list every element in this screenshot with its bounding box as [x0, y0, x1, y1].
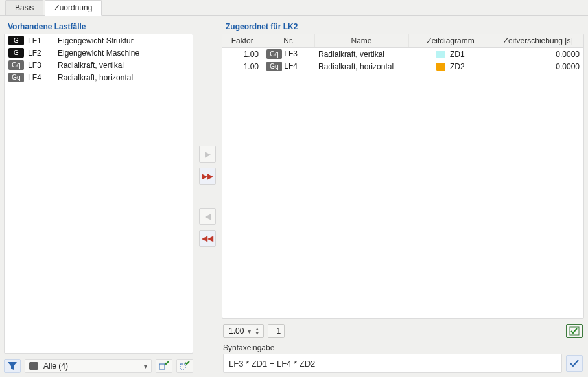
move-all-left-button[interactable]: ◀◀ [199, 230, 216, 247]
apply-syntax-button[interactable] [566, 355, 583, 372]
col-zeitdiagramm[interactable]: Zeitdiagramm [408, 34, 493, 48]
cell-zeitdiagramm[interactable]: ZD2 [408, 60, 493, 73]
loadcase-badge: G [8, 36, 24, 45]
spinner-up-icon[interactable]: ▲ [255, 326, 259, 331]
available-toolbar: Alle (4) ▾ [4, 354, 193, 373]
loadcase-name: Eigengewicht Maschine [58, 49, 189, 58]
assigned-table[interactable]: Faktor Nr. Name Zeitdiagramm Zeitverschi… [222, 34, 583, 73]
tab-basis[interactable]: Basis [5, 0, 43, 15]
available-list[interactable]: G LF1 Eigengewicht Struktur G LF2 Eigeng… [4, 34, 193, 354]
cell-faktor[interactable]: 1.00 [222, 60, 263, 73]
syntax-input[interactable] [223, 354, 562, 373]
loadcase-name: Radialkraft, vertikal [58, 61, 189, 70]
col-zeitverschiebung[interactable]: Zeitverschiebung [s] [493, 34, 583, 48]
factor-spinner[interactable]: 1.00 ▾ ▲ ▼ [223, 324, 264, 338]
list-item[interactable]: Gq LF4 Radialkraft, horizontal [5, 71, 193, 84]
filter-select-label: Alle (4) [43, 361, 68, 371]
loadcase-badge: Gq [8, 60, 24, 70]
loadcase-name: Radialkraft, horizontal [58, 73, 189, 82]
loadcase-badge: Gq [266, 49, 282, 59]
factor-spinner-value: 1.00 [229, 326, 244, 336]
list-item[interactable]: Gq LF3 Radialkraft, vertikal [5, 59, 193, 71]
deselect-all-button[interactable] [176, 359, 193, 373]
svg-rect-2 [180, 364, 185, 369]
color-chip [436, 51, 445, 58]
table-row[interactable]: 1.00 Gq LF3 Radialkraft, vertikal ZD1 [222, 48, 583, 61]
chevron-down-icon: ▾ [144, 363, 147, 370]
assigned-inner: Faktor Nr. Name Zeitdiagramm Zeitverschi… [222, 34, 584, 373]
assigned-title: Zugeordnet für LK2 [222, 19, 584, 34]
loadcase-code: LF3 [284, 49, 298, 58]
cell-nr[interactable]: Gq LF3 [263, 48, 314, 61]
loadcase-badge: G [8, 48, 24, 58]
move-right-button[interactable]: ▶ [199, 146, 216, 163]
list-item[interactable]: G LF1 Eigengewicht Struktur [5, 34, 193, 47]
main-area: Vorhandene Lastfälle G LF1 Eigengewicht … [0, 16, 588, 377]
loadcase-code: LF3 [28, 61, 54, 70]
loadcase-code: LF2 [28, 49, 54, 58]
zd-label: ZD1 [450, 50, 465, 59]
loadcase-badge: Gq [266, 62, 282, 71]
chevron-down-icon: ▾ [248, 328, 251, 335]
cell-name[interactable]: Radialkraft, vertikal [314, 48, 408, 61]
tab-zuordnung[interactable]: Zuordnung [45, 0, 102, 16]
cell-zeitdiagramm[interactable]: ZD1 [408, 48, 493, 61]
filter-select[interactable]: Alle (4) ▾ [25, 359, 152, 373]
col-name[interactable]: Name [314, 34, 408, 48]
move-all-right-button[interactable]: ▶▶ [199, 168, 216, 185]
cell-name[interactable]: Radialkraft, horizontal [314, 60, 408, 73]
validate-button[interactable] [566, 324, 583, 338]
assigned-panel: Zugeordnet für LK2 Faktor Nr. Name Zeit [222, 19, 584, 373]
loadcase-name: Eigengewicht Struktur [58, 36, 189, 45]
table-header-row: Faktor Nr. Name Zeitdiagramm Zeitverschi… [222, 34, 583, 48]
loadcase-code: LF1 [28, 36, 54, 45]
table-empty-area [222, 73, 583, 318]
spinner-arrows[interactable]: ▲ ▼ [255, 326, 259, 336]
loadcase-badge: Gq [8, 73, 24, 82]
loadcase-code: LF4 [284, 62, 298, 71]
loadcase-code: LF4 [28, 73, 54, 82]
app-root: Basis Zuordnung Vorhandene Lastfälle G L… [0, 0, 588, 377]
col-nr[interactable]: Nr. [263, 34, 314, 48]
cell-faktor[interactable]: 1.00 [222, 48, 263, 61]
list-item[interactable]: G LF2 Eigengewicht Maschine [5, 47, 193, 59]
transfer-column: ▶ ▶▶ ◀ ◀◀ [193, 19, 222, 373]
filter-button[interactable] [4, 359, 21, 373]
spinner-down-icon[interactable]: ▼ [255, 331, 259, 336]
cell-nr[interactable]: Gq LF4 [263, 60, 314, 73]
syntax-row [222, 354, 584, 373]
available-title: Vorhandene Lastfälle [4, 19, 193, 34]
move-left-button[interactable]: ◀ [199, 208, 216, 225]
reset-factor-button[interactable]: =1 [268, 324, 285, 338]
assigned-table-wrap: Faktor Nr. Name Zeitdiagramm Zeitverschi… [222, 34, 584, 319]
cell-zeitverschiebung[interactable]: 0.0000 [493, 60, 583, 73]
available-panel: Vorhandene Lastfälle G LF1 Eigengewicht … [4, 19, 193, 373]
svg-marker-0 [8, 362, 17, 370]
table-row[interactable]: 1.00 Gq LF4 Radialkraft, horizontal ZD2 [222, 60, 583, 73]
tabstrip: Basis Zuordnung [0, 0, 588, 16]
zd-label: ZD2 [450, 62, 465, 71]
cell-zeitverschiebung[interactable]: 0.0000 [493, 48, 583, 61]
col-faktor[interactable]: Faktor [222, 34, 263, 48]
color-chip [436, 63, 445, 71]
syntax-label: Syntaxeingabe [222, 339, 584, 354]
factor-controls: 1.00 ▾ ▲ ▼ =1 [222, 319, 584, 339]
svg-rect-1 [159, 364, 165, 369]
select-all-button[interactable] [156, 359, 172, 373]
